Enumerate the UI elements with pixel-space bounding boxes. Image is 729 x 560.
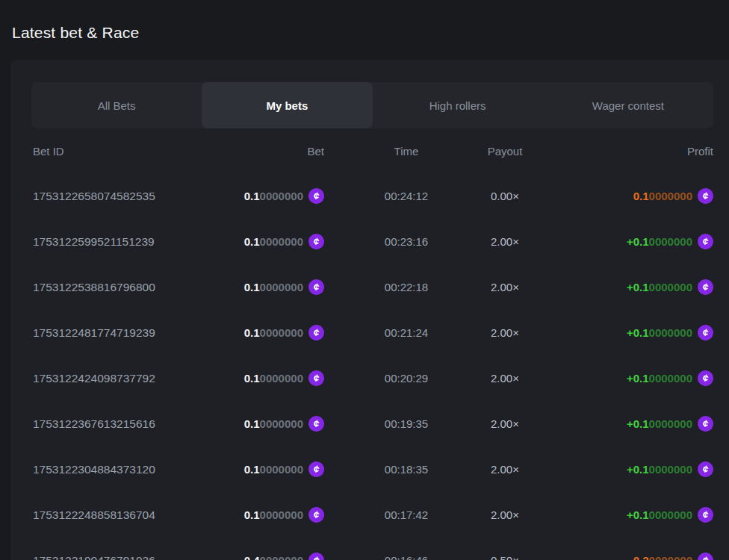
- bet-amount-main: 0.1: [244, 463, 260, 476]
- tab-my-bets[interactable]: My bets: [202, 82, 372, 128]
- profit-zeros: 0000000: [649, 372, 692, 385]
- table-row[interactable]: 1753122658074582535 0.10000000 ¢ 00:24:1…: [10, 173, 713, 219]
- profit-cell: +0.10000000 ¢: [627, 234, 713, 249]
- bet-amount-main: 0.1: [244, 508, 260, 521]
- profit-zeros: 0000000: [649, 190, 692, 202]
- cent-coin-icon: ¢: [696, 369, 715, 388]
- cent-coin-icon: ¢: [307, 414, 326, 433]
- profit-main: +0.1: [627, 372, 649, 385]
- profit-zeros: 0000000: [649, 281, 692, 293]
- tab-high-rollers[interactable]: High rollers: [373, 82, 543, 128]
- cent-coin-icon: ¢: [307, 551, 326, 560]
- cent-coin-icon: ¢: [696, 232, 715, 251]
- bet-time: 00:20:29: [385, 372, 428, 385]
- cent-coin-icon: ¢: [696, 551, 715, 560]
- profit-main: +0.1: [627, 463, 649, 476]
- table-row[interactable]: 1753122424098737792 0.10000000 ¢ 00:20:2…: [10, 355, 713, 401]
- cent-coin-icon: ¢: [696, 323, 715, 342]
- bet-amount-zeros: 0000000: [260, 372, 303, 385]
- bet-id: 1753122367613215616: [33, 417, 155, 431]
- cent-coin-icon: ¢: [307, 187, 326, 205]
- table-row[interactable]: 1753122190476791936 0.40000000 ¢ 00:16:4…: [10, 538, 713, 560]
- bet-amount-zeros: 0000000: [260, 190, 303, 202]
- cent-coin-icon: ¢: [307, 323, 326, 342]
- cent-coin-icon: ¢: [307, 369, 326, 388]
- profit-main: +0.1: [627, 235, 649, 248]
- bet-amount-zeros: 0000000: [260, 417, 303, 430]
- bets-tabs: All Bets My bets High rollers Wager cont…: [31, 82, 713, 128]
- tab-label: Wager contest: [592, 99, 664, 112]
- profit-main: 0.2: [633, 554, 649, 560]
- bet-amount-zeros: 0000000: [260, 281, 303, 293]
- cent-coin-icon: ¢: [696, 278, 715, 296]
- table-row[interactable]: 1753122248858136704 0.10000000 ¢ 00:17:4…: [10, 492, 713, 538]
- profit-zeros: 0000000: [649, 463, 692, 476]
- header-profit: Profit: [687, 145, 713, 158]
- profit-cell: 0.20000000 ¢: [633, 553, 713, 560]
- table-row[interactable]: 1753122599521151239 0.10000000 ¢ 00:23:1…: [10, 219, 713, 264]
- cent-coin-icon: ¢: [696, 414, 715, 433]
- bet-time: 00:23:16: [385, 235, 428, 248]
- bet-amount: 0.10000000 ¢: [244, 370, 324, 386]
- profit-main: +0.1: [627, 508, 649, 521]
- profit-zeros: 0000000: [649, 508, 692, 521]
- cent-coin-icon: ¢: [307, 460, 326, 479]
- bet-amount-main: 0.4: [244, 554, 260, 560]
- profit-cell: +0.10000000 ¢: [627, 416, 713, 432]
- cent-coin-icon: ¢: [307, 278, 326, 296]
- table-row[interactable]: 1753122481774719239 0.10000000 ¢ 00:21:2…: [10, 310, 713, 355]
- tab-label: High rollers: [429, 99, 486, 112]
- table-row[interactable]: 1753122538816796800 0.10000000 ¢ 00:22:1…: [10, 264, 713, 310]
- table-row[interactable]: 1753122367613215616 0.10000000 ¢ 00:19:3…: [10, 401, 713, 447]
- bets-table-body: 1753122658074582535 0.10000000 ¢ 00:24:1…: [10, 173, 713, 560]
- profit-cell: +0.10000000 ¢: [627, 370, 713, 386]
- latest-bets-panel: All Bets My bets High rollers Wager cont…: [10, 60, 729, 560]
- bet-amount-main: 0.1: [244, 235, 260, 248]
- tab-all-bets[interactable]: All Bets: [31, 82, 202, 128]
- header-bet: Bet: [307, 145, 324, 158]
- cent-coin-icon: ¢: [307, 232, 326, 251]
- bet-payout: 2.00×: [491, 326, 519, 339]
- profit-main: +0.1: [627, 281, 649, 293]
- bet-amount-main: 0.1: [244, 326, 260, 339]
- cent-coin-icon: ¢: [696, 460, 715, 479]
- bet-amount: 0.10000000 ¢: [244, 234, 324, 249]
- bet-amount: 0.10000000 ¢: [244, 188, 324, 204]
- tab-label: All Bets: [98, 99, 136, 112]
- profit-main: 0.1: [633, 190, 649, 202]
- bet-amount-main: 0.1: [244, 190, 260, 202]
- tab-wager-contest[interactable]: Wager contest: [543, 82, 713, 128]
- bet-amount: 0.10000000 ¢: [244, 461, 324, 477]
- profit-cell: +0.10000000 ¢: [627, 279, 713, 295]
- bet-time: 00:21:24: [385, 326, 428, 339]
- bet-id: 1753122538816796800: [33, 281, 155, 294]
- table-header-row: Bet ID Bet Time Payout Profit: [10, 128, 713, 173]
- bet-amount-main: 0.1: [244, 417, 260, 430]
- bet-amount-zeros: 0000000: [260, 508, 303, 521]
- header-bet-id: Bet ID: [33, 145, 64, 158]
- bet-amount-zeros: 0000000: [260, 463, 303, 476]
- tab-label: My bets: [266, 99, 308, 112]
- table-row[interactable]: 1753122304884373120 0.10000000 ¢ 00:18:3…: [10, 447, 713, 492]
- bet-time: 00:24:12: [385, 190, 428, 202]
- profit-zeros: 0000000: [649, 235, 692, 248]
- bet-amount: 0.10000000 ¢: [244, 325, 324, 340]
- bet-payout: 2.00×: [491, 463, 519, 476]
- bet-amount-zeros: 0000000: [260, 554, 303, 560]
- bet-time: 00:17:42: [385, 508, 428, 521]
- bet-payout: 2.00×: [491, 235, 519, 248]
- bet-time: 00:19:35: [385, 417, 428, 430]
- cent-coin-icon: ¢: [307, 505, 326, 524]
- bet-id: 1753122304884373120: [33, 463, 155, 476]
- bet-time: 00:16:46: [385, 554, 428, 560]
- bet-id: 1753122658074582535: [33, 190, 155, 203]
- profit-zeros: 0000000: [649, 417, 692, 430]
- bet-amount-zeros: 0000000: [260, 326, 303, 339]
- bet-id: 1753122481774719239: [33, 326, 155, 340]
- profit-main: +0.1: [627, 417, 649, 430]
- bet-payout: 2.00×: [491, 417, 519, 430]
- bet-payout: 2.00×: [491, 508, 519, 521]
- profit-zeros: 0000000: [649, 326, 692, 339]
- bet-payout: 2.00×: [491, 281, 519, 293]
- header-time: Time: [394, 145, 419, 158]
